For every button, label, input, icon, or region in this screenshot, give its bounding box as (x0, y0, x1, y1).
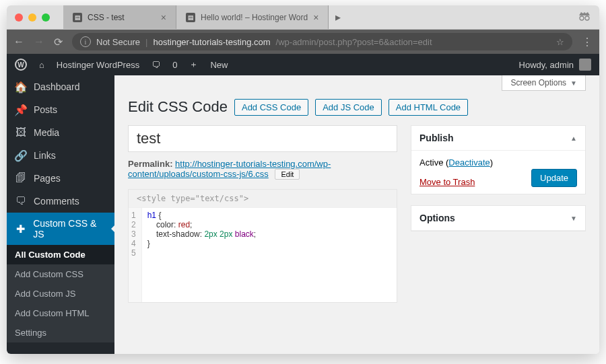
incognito-icon (578, 11, 591, 24)
sidebar-item-links[interactable]: 🔗Links (7, 144, 114, 167)
editor-header: <style type="text/css"> (129, 190, 397, 208)
chevron-up-icon: ▲ (570, 135, 577, 142)
gauge-icon: 🏠 (15, 81, 27, 93)
wordpress-logo-icon[interactable]: W (15, 59, 27, 71)
tab-title: CSS - test (88, 13, 125, 22)
publish-heading[interactable]: Publish▲ (411, 126, 585, 151)
sidebar-item-posts[interactable]: 📌Posts (7, 98, 114, 121)
traffic-lights (15, 13, 50, 22)
browser-tab-active[interactable]: ▤ CSS - test × (63, 5, 176, 29)
tab-title: Hello world! – Hostinger Word (201, 13, 308, 22)
url-path: /wp-admin/post.php?post=6&action=edit (276, 37, 432, 47)
window-titlebar: ▤ CSS - test × ▤ Hello world! – Hostinge… (7, 5, 599, 30)
svg-point-1 (585, 16, 589, 20)
sidebar-item-label: Pages (34, 173, 61, 184)
deactivate-link[interactable]: Deactivate (448, 157, 490, 168)
comment-count: 0 (172, 60, 177, 70)
sidebar-item-label: Comments (34, 196, 79, 207)
not-secure-label: Not Secure (96, 37, 140, 47)
admin-sidebar: 🏠Dashboard 📌Posts 🖾Media 🔗Links 🗐Pages 🗨… (7, 75, 114, 354)
browser-tab-inactive[interactable]: ▤ Hello world! – Hostinger Word × (176, 5, 329, 29)
publish-box: Publish▲ Active (Deactivate) Move to Tra… (411, 125, 586, 194)
add-html-code-button[interactable]: Add HTML Code (389, 99, 468, 116)
file-icon: ▤ (73, 13, 82, 22)
sidebar-item-media[interactable]: 🖾Media (7, 121, 114, 144)
comment-bubble-icon[interactable]: 🗨 (152, 60, 160, 70)
sidebar-item-label: Links (34, 150, 56, 161)
sidebar-item-custom-css-js[interactable]: ✚Custom CSS & JS (7, 213, 114, 245)
chevron-down-icon: ▼ (570, 215, 577, 222)
sidebar-item-pages[interactable]: 🗐Pages (7, 167, 114, 190)
maximize-window-icon[interactable] (42, 13, 50, 22)
main-content: Screen Options▼ Edit CSS Code Add CSS Co… (114, 75, 599, 354)
page-icon: 🗐 (15, 172, 27, 184)
bookmark-icon[interactable]: ☆ (556, 37, 564, 47)
sidebar-item-label: Posts (34, 104, 57, 115)
comment-icon: 🗨 (15, 195, 27, 207)
svg-point-0 (580, 16, 584, 20)
close-tab-icon[interactable]: × (313, 12, 318, 23)
chevron-down-icon: ▼ (570, 79, 577, 87)
permalink-label: Permalink: (128, 159, 172, 169)
howdy-text[interactable]: Howdy, admin (519, 60, 574, 70)
forward-button[interactable]: → (34, 36, 44, 48)
back-button[interactable]: ← (13, 36, 24, 48)
line-numbers: 12345 (129, 208, 142, 302)
new-label[interactable]: New (210, 60, 228, 70)
submenu-all-custom-code[interactable]: All Custom Code (7, 245, 114, 264)
address-bar[interactable]: i Not Secure | hostinger-tutorials-testi… (72, 33, 572, 50)
new-tab-button[interactable]: ▸ (329, 5, 347, 29)
media-icon: 🖾 (15, 126, 27, 139)
sidebar-item-label: Custom CSS & JS (33, 218, 106, 240)
submenu-add-html[interactable]: Add Custom HTML (7, 303, 114, 323)
add-js-code-button[interactable]: Add JS Code (315, 99, 382, 116)
browser-toolbar: ← → ⟳ i Not Secure | hostinger-tutorials… (7, 30, 599, 54)
options-box: Options▼ (411, 205, 586, 231)
home-icon[interactable]: ⌂ (39, 60, 44, 70)
sidebar-item-label: Dashboard (34, 81, 80, 92)
sidebar-item-label: Media (34, 127, 59, 138)
avatar[interactable] (579, 59, 591, 71)
screen-options-toggle[interactable]: Screen Options▼ (502, 75, 586, 91)
file-icon: ▤ (186, 13, 195, 22)
plus-icon[interactable]: ＋ (189, 59, 198, 71)
site-name[interactable]: Hostinger WordPress (57, 60, 139, 70)
code-content[interactable]: h1 { color: red; text-shadow: 2px 2px bl… (142, 208, 261, 302)
sidebar-item-dashboard[interactable]: 🏠Dashboard (7, 75, 114, 98)
screen-options-label: Screen Options (510, 78, 566, 87)
submenu-settings[interactable]: Settings (7, 323, 114, 342)
wp-admin-bar: W ⌂ Hostinger WordPress 🗨 0 ＋ New Howdy,… (7, 54, 599, 75)
submenu-add-js[interactable]: Add Custom JS (7, 284, 114, 303)
plus-circle-icon: ✚ (15, 223, 26, 235)
minimize-window-icon[interactable] (28, 13, 36, 22)
page-title: Edit CSS Code (128, 98, 228, 116)
code-editor[interactable]: <style type="text/css"> 12345 h1 { color… (128, 189, 397, 303)
close-window-icon[interactable] (15, 13, 23, 22)
status-active: Active (419, 157, 443, 168)
add-css-code-button[interactable]: Add CSS Code (234, 99, 308, 116)
link-icon: 🔗 (15, 149, 27, 161)
move-to-trash-link[interactable]: Move to Trash (419, 177, 475, 187)
submenu-add-css[interactable]: Add Custom CSS (7, 264, 114, 284)
pin-icon: 📌 (15, 104, 27, 116)
close-tab-icon[interactable]: × (161, 12, 166, 23)
sidebar-item-comments[interactable]: 🗨Comments (7, 190, 114, 213)
menu-icon[interactable]: ⋮ (582, 36, 593, 48)
edit-permalink-button[interactable]: Edit (275, 169, 300, 180)
info-icon[interactable]: i (80, 36, 91, 47)
reload-button[interactable]: ⟳ (54, 36, 63, 48)
url-domain: hostinger-tutorials-testing.com (153, 37, 270, 47)
options-heading[interactable]: Options▼ (411, 206, 585, 231)
update-button[interactable]: Update (531, 169, 577, 187)
post-title-input[interactable] (128, 125, 397, 152)
